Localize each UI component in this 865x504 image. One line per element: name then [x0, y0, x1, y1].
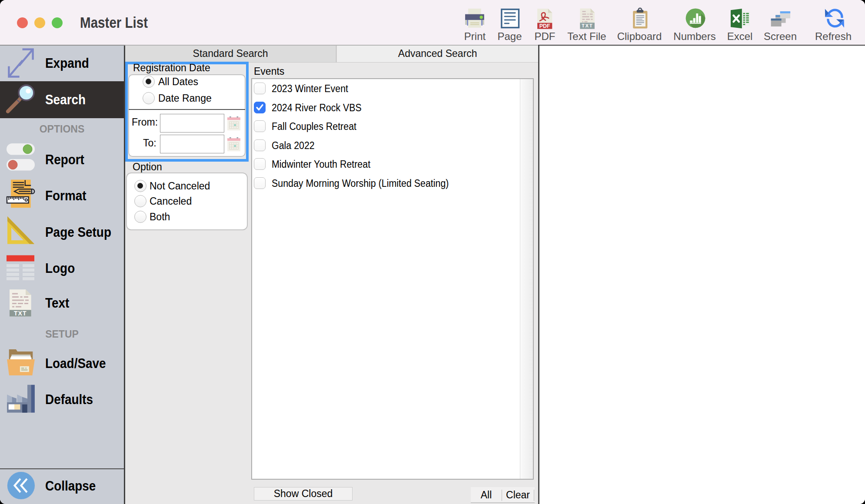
svg-text:TXT: TXT [14, 310, 27, 317]
